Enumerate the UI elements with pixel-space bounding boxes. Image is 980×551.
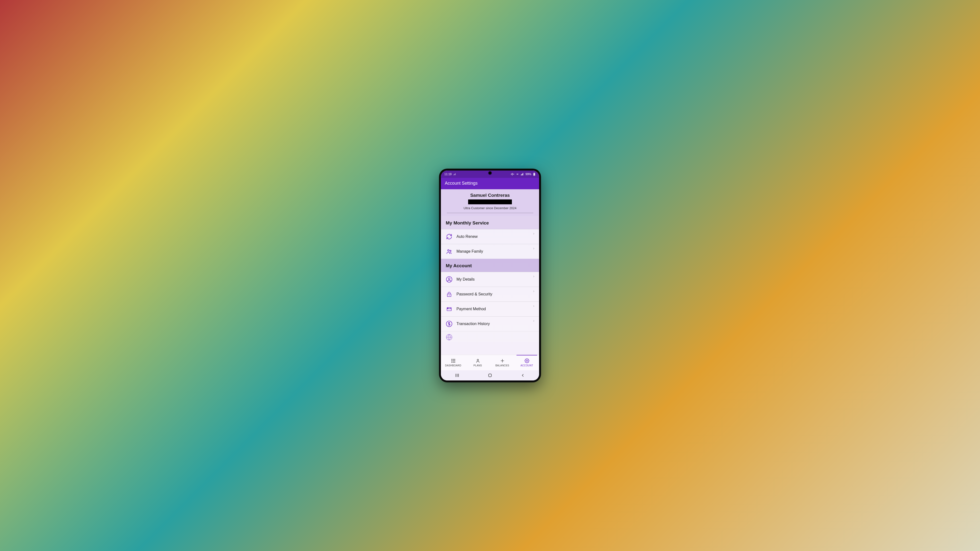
battery-text: 99% <box>525 173 531 176</box>
refresh-icon <box>446 233 453 240</box>
tab-label: DASHBOARD <box>445 364 461 367</box>
tab-plans[interactable]: PLANS <box>465 355 490 370</box>
bottom-tabbar: DASHBOARD PLANS BALANCES ACCOUNT <box>441 355 539 370</box>
app-bar: Account Settings <box>441 178 539 189</box>
row-manage-family[interactable]: Manage Family <box>441 244 539 259</box>
svg-rect-23 <box>454 362 455 362</box>
svg-rect-22 <box>453 362 453 362</box>
screen: 11:19 99% Account Settings Samuel Contre… <box>441 170 539 380</box>
nav-back[interactable] <box>515 373 530 378</box>
person-circle-icon <box>446 276 453 283</box>
svg-rect-21 <box>451 362 452 362</box>
chevron-right-icon <box>532 275 535 279</box>
svg-rect-17 <box>454 359 455 360</box>
row-label: Password & Security <box>457 292 534 296</box>
svg-rect-1 <box>534 173 535 173</box>
globe-icon <box>446 334 453 341</box>
signal-icon <box>520 173 524 176</box>
chevron-right-icon <box>532 289 535 294</box>
svg-rect-20 <box>454 360 455 361</box>
status-right: 99% <box>511 173 536 176</box>
row-password-security[interactable]: Password & Security <box>441 287 539 302</box>
svg-point-6 <box>449 278 450 279</box>
profile-name: Samuel Contreras <box>445 193 535 198</box>
chevron-right-icon <box>532 304 535 308</box>
tab-balances[interactable]: BALANCES <box>490 355 515 370</box>
status-time: 11:19 <box>444 173 452 176</box>
signal-small-icon <box>453 173 456 176</box>
row-label: Transaction History <box>457 322 534 326</box>
camera-hole <box>488 171 492 175</box>
row-label: Auto Renew <box>457 235 534 239</box>
row-label: Payment Method <box>457 307 534 311</box>
screen-title: Account Settings <box>445 181 477 186</box>
lock-icon <box>446 291 453 298</box>
section-monthly-title: My Monthly Service <box>441 216 539 229</box>
status-left: 11:19 <box>444 173 456 176</box>
mute-icon <box>511 173 514 176</box>
row-label: Manage Family <box>457 249 534 254</box>
svg-point-3 <box>448 249 449 251</box>
svg-rect-16 <box>453 359 453 360</box>
section-account-title: My Account <box>441 259 539 272</box>
phone-frame: 11:19 99% Account Settings Samuel Contre… <box>439 168 541 383</box>
android-nav-bar <box>441 370 539 380</box>
row-my-details[interactable]: My Details <box>441 272 539 287</box>
svg-rect-15 <box>451 359 452 360</box>
nav-home[interactable] <box>483 373 497 378</box>
dollar-icon <box>446 321 453 327</box>
family-icon <box>446 248 453 255</box>
tab-label: BALANCES <box>495 364 509 367</box>
tab-label: PLANS <box>474 364 482 367</box>
profile-header: Samuel Contreras Ultra Customer since De… <box>441 189 539 216</box>
row-label: My Details <box>457 277 534 281</box>
svg-rect-31 <box>488 374 492 377</box>
svg-rect-2 <box>534 173 535 175</box>
tab-account[interactable]: ACCOUNT <box>515 355 539 370</box>
chevron-right-icon <box>532 319 535 323</box>
profile-since: Ultra Customer since December 2024 <box>445 206 535 210</box>
chevron-right-icon <box>532 232 535 236</box>
svg-point-4 <box>450 250 451 251</box>
battery-icon <box>533 173 536 176</box>
row-payment-method[interactable]: Payment Method <box>441 302 539 316</box>
nav-recents[interactable] <box>450 373 465 378</box>
chevron-right-icon <box>532 246 535 251</box>
redacted-phone <box>468 200 512 204</box>
row-transaction-history[interactable]: Transaction History <box>441 316 539 331</box>
svg-point-27 <box>526 360 527 362</box>
svg-rect-19 <box>453 360 453 361</box>
wifi-icon <box>516 173 519 176</box>
gear-icon <box>525 358 530 363</box>
tab-dashboard[interactable]: DASHBOARD <box>441 355 465 370</box>
plus-icon <box>500 358 505 363</box>
row-auto-renew[interactable]: Auto Renew <box>441 229 539 244</box>
row-partial-next[interactable] <box>441 331 539 342</box>
svg-rect-18 <box>451 360 452 361</box>
person-icon <box>476 358 480 363</box>
tab-label: ACCOUNT <box>520 364 533 367</box>
scroll-content[interactable]: Samuel Contreras Ultra Customer since De… <box>441 189 539 355</box>
grid-icon <box>451 358 456 363</box>
svg-rect-11 <box>447 308 448 308</box>
card-icon <box>446 306 453 313</box>
svg-point-24 <box>477 359 479 361</box>
